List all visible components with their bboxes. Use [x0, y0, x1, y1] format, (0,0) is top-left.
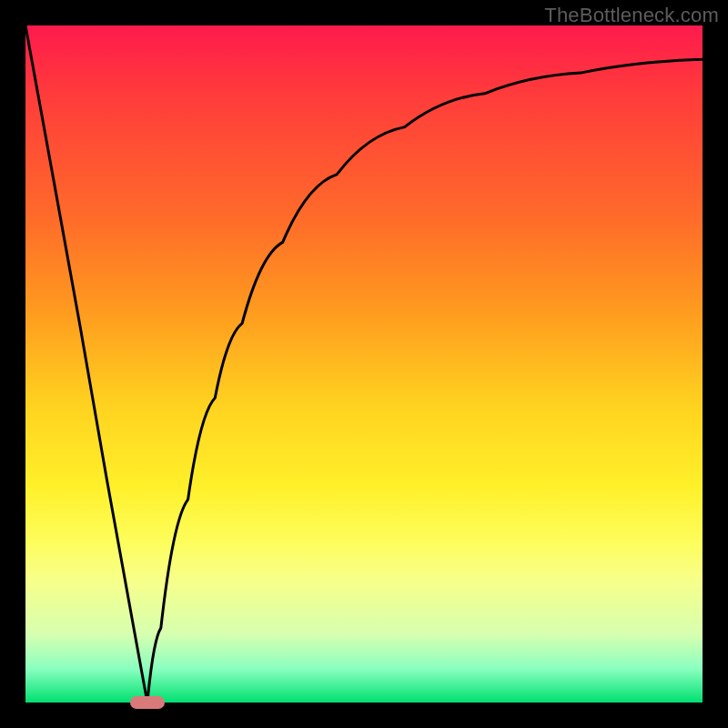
- plot-area: [25, 25, 703, 703]
- curve-svg: [25, 25, 703, 703]
- bottleneck-curve: [25, 25, 703, 703]
- chart-frame: TheBottleneck.com: [0, 0, 728, 728]
- watermark-text: TheBottleneck.com: [544, 4, 719, 27]
- minimum-marker: [130, 696, 165, 709]
